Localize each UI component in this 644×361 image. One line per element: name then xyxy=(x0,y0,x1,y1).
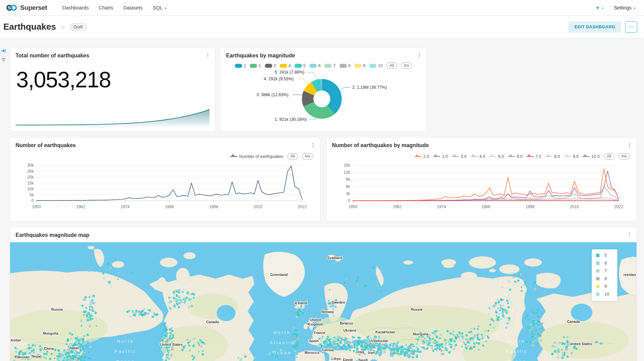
earthquake-dot xyxy=(426,348,428,350)
legend-item[interactable]: 4 xyxy=(280,63,291,68)
legend-label: 8 xyxy=(348,63,351,68)
ocean-label: Ocean xyxy=(507,359,527,361)
chart-kebab-menu[interactable]: ⋮ xyxy=(204,52,212,59)
earthquake-dot xyxy=(397,350,399,352)
earthquake-dot xyxy=(535,329,537,331)
earthquake-dot xyxy=(382,347,385,349)
earthquake-dot xyxy=(442,353,445,355)
chart-kebab-menu[interactable]: ⋮ xyxy=(415,52,423,59)
earthquake-dot xyxy=(506,310,509,312)
earthquake-dot xyxy=(411,348,413,350)
y-axis-label: 5k xyxy=(29,193,34,197)
donut-label: 2: 1.18M (38.77%) xyxy=(352,85,387,90)
nav-datasets[interactable]: Datasets xyxy=(123,5,143,10)
earthquake-dot xyxy=(346,343,348,344)
superset-logo[interactable]: Superset xyxy=(6,4,47,11)
earthquake-dot xyxy=(292,345,295,348)
legend-item[interactable]: 4.0 xyxy=(471,154,485,159)
earthquake-dot xyxy=(67,338,69,341)
earthquake-dot xyxy=(90,304,91,306)
line-chart[interactable]: 03k6k9k12k15k195019621974198619982010202… xyxy=(332,161,632,215)
earthquake-dot xyxy=(495,311,498,314)
legend-item[interactable]: 3.0 xyxy=(452,154,467,159)
earthquake-dot xyxy=(497,307,499,309)
legend-label: 7 xyxy=(605,269,607,273)
earthquake-dot xyxy=(412,345,415,348)
earthquake-dot xyxy=(422,341,424,342)
world-map[interactable]: NorthPacificOceanNorthAtlanticOceanNorth… xyxy=(10,242,637,361)
nav-dashboards[interactable]: Dashboards xyxy=(62,5,89,10)
earthquake-dot xyxy=(508,319,510,321)
legend-item[interactable]: Number of earthquakes xyxy=(230,154,283,159)
legend-item[interactable]: 7.0 xyxy=(527,154,541,159)
x-axis-label: 1950 xyxy=(32,204,41,209)
earthquake-dot xyxy=(408,350,411,352)
earthquake-dot xyxy=(89,317,91,319)
earthquake-dot xyxy=(193,357,195,359)
earthquake-dot xyxy=(169,307,171,308)
earthquake-dot xyxy=(473,328,475,330)
legend-item[interactable]: 8.0 xyxy=(545,154,560,159)
legend-item[interactable]: 6 xyxy=(309,63,320,68)
legend-label: 5 xyxy=(605,253,607,258)
legend-inv-button[interactable]: Inv xyxy=(302,153,313,160)
new-item-button[interactable]: +▼ xyxy=(596,4,604,11)
earthquake-dot xyxy=(127,311,129,313)
earthquake-dot xyxy=(333,315,334,316)
earthquake-dot xyxy=(375,353,377,355)
earthquake-dot xyxy=(181,299,183,301)
legend-item[interactable]: 10 xyxy=(369,63,383,68)
legend-label: 2 xyxy=(244,63,246,68)
settings-menu[interactable]: Settings▼ xyxy=(614,5,636,10)
earthquake-dot xyxy=(528,268,530,269)
legend-item[interactable]: 1 xyxy=(250,63,261,68)
legend-marker xyxy=(433,155,440,158)
legend-marker xyxy=(583,155,590,158)
map-place-label: Spain xyxy=(309,339,319,343)
legend-item[interactable]: 8 xyxy=(339,63,351,68)
y-axis-label: 15k xyxy=(344,163,351,168)
series-line-1.0 xyxy=(353,171,619,201)
legend-item[interactable]: 2.0 xyxy=(415,154,429,159)
earthquake-dot xyxy=(534,321,537,323)
legend-item[interactable]: 5.0 xyxy=(489,154,504,159)
earthquake-dot xyxy=(188,344,190,346)
legend-item[interactable]: 9 xyxy=(354,63,365,68)
legend-item[interactable]: 7 xyxy=(324,63,335,68)
legend-all-button[interactable]: All xyxy=(287,153,298,160)
legend-item[interactable]: 9.0 xyxy=(564,154,579,159)
earthquake-dot xyxy=(79,349,81,351)
chart-kebab-menu[interactable]: ⋮ xyxy=(625,142,634,148)
legend-all-button[interactable]: All xyxy=(604,153,614,160)
earthquake-dot xyxy=(364,349,366,350)
filter-icon[interactable] xyxy=(1,58,6,63)
legend-inv-button[interactable]: Inv xyxy=(618,153,630,160)
chart-kebab-menu[interactable]: ⋮ xyxy=(309,142,317,148)
nav-sql[interactable]: SQL▼ xyxy=(153,5,167,10)
earthquake-dot xyxy=(499,309,501,311)
legend-item[interactable]: 1.0 xyxy=(433,154,448,159)
earthquake-dot xyxy=(416,346,418,349)
legend-item[interactable]: 10.0 xyxy=(583,154,599,159)
map-place-label: Tunisia xyxy=(321,348,334,352)
nav-charts[interactable]: Charts xyxy=(99,5,113,10)
more-options-button[interactable]: ··· xyxy=(625,21,637,33)
favorite-star-icon[interactable]: ☆ xyxy=(60,24,65,31)
legend-inv-button[interactable]: Inv xyxy=(401,62,412,69)
earthquake-dot xyxy=(107,269,108,270)
expand-filter-bar-icon[interactable] xyxy=(1,48,6,53)
earthquake-dot xyxy=(91,299,93,302)
legend-item[interactable]: 2 xyxy=(235,63,246,68)
chart-kebab-menu[interactable]: ⋮ xyxy=(625,231,634,238)
line-chart[interactable]: 05k10k15k20k25k30k1950196219741986199820… xyxy=(16,161,315,215)
edit-dashboard-button[interactable]: EDIT DASHBOARD xyxy=(568,21,621,33)
donut-chart[interactable] xyxy=(302,79,342,119)
earthquake-dot xyxy=(169,332,172,334)
legend-all-button[interactable]: All xyxy=(387,62,397,69)
earthquake-dot xyxy=(533,333,534,335)
legend-item[interactable]: 3 xyxy=(265,63,276,68)
legend-item[interactable]: 6.0 xyxy=(508,154,523,159)
earthquake-dot xyxy=(497,318,499,320)
legend-item[interactable]: 5 xyxy=(295,63,306,68)
earthquake-dot xyxy=(534,335,537,338)
